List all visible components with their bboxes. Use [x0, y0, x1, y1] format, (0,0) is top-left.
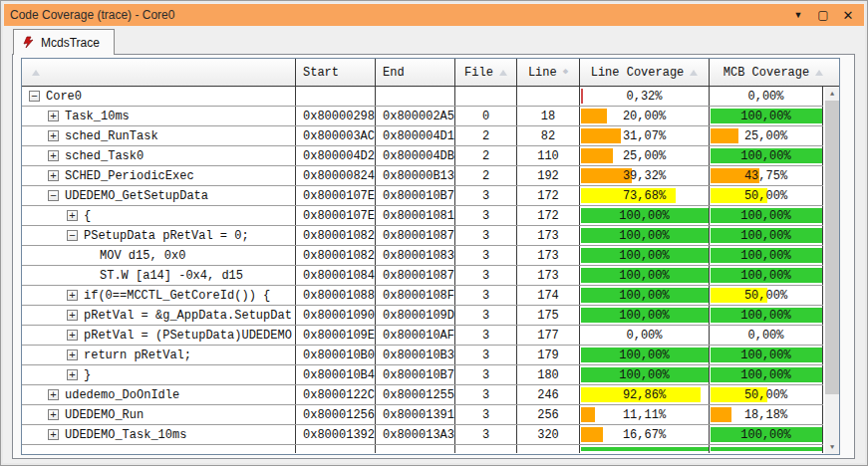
table-row[interactable]: +pRetVal = (PSetupData)UDEDEMO0x8000109E… [22, 326, 823, 346]
row-label: ST.W [a14] -0x4, d15 [100, 269, 243, 283]
end-cell: 0x800010B7 [376, 365, 455, 384]
line-coverage-cell: 25,00% [580, 146, 710, 165]
line-cell: 256 [517, 405, 580, 424]
partial-table-row[interactable] [22, 445, 823, 453]
table-row[interactable]: +}0x800010B40x800010B73180100,00%100,00% [22, 365, 823, 385]
maximize-button[interactable]: ▢ [815, 7, 831, 23]
expand-icon[interactable]: + [48, 429, 59, 440]
table-row[interactable]: +pRetVal = &g_AppData.SetupDat0x80001090… [22, 306, 823, 326]
start-value: 0x800003AC [303, 129, 375, 143]
end-value: 0x80001255 [383, 388, 454, 402]
line-cell: 82 [517, 126, 580, 145]
scroll-down-button[interactable]: ▼ [825, 440, 839, 454]
vertical-scrollbar[interactable]: ▲ ▼ [825, 87, 839, 454]
tree-cell: +SCHED_PeriodicExec [22, 166, 296, 185]
column-header-tree[interactable] [22, 59, 296, 86]
start-value: 0x8000109E [303, 329, 375, 343]
expand-icon[interactable]: + [48, 150, 59, 161]
row-label: udedemo_DoOnIdle [65, 388, 179, 402]
file-cell [455, 87, 517, 106]
scrollbar-thumb[interactable] [825, 101, 839, 394]
expand-icon[interactable]: + [67, 210, 78, 221]
sort-icon [815, 70, 823, 76]
expand-icon[interactable]: + [67, 290, 78, 301]
close-button[interactable]: ✕ [840, 7, 856, 23]
start-value: 0x800004D2 [303, 149, 375, 163]
table-row[interactable]: +UDEDEMO_Task_10ms0x800013920x800013A333… [22, 425, 823, 445]
table-row[interactable]: +UDEDEMO_Run0x800012560x80001391325611,1… [22, 405, 823, 425]
collapse-icon[interactable]: − [48, 190, 59, 201]
expand-icon[interactable]: + [48, 389, 59, 400]
row-label: sched_Task0 [65, 149, 144, 163]
expand-icon[interactable]: + [48, 130, 59, 141]
line-value: 110 [537, 149, 559, 163]
start-cell: 0x80000824 [296, 166, 376, 185]
row-label: PSetupData pRetVal = 0; [84, 229, 249, 243]
table-row[interactable]: +SCHED_PeriodicExec0x800008240x80000B132… [22, 166, 823, 186]
window-menu-button[interactable]: ▼ [790, 7, 806, 23]
file-cell: 0 [455, 107, 517, 125]
file-cell: 2 [455, 126, 517, 145]
start-cell: 0x80001088 [296, 286, 376, 305]
end-value: 0x80001081 [383, 209, 454, 223]
sort-icon: ◆ [563, 68, 568, 77]
column-header-end[interactable]: End [376, 59, 455, 86]
titlebar[interactable]: Code Coverage (trace) - Core0 ▼ ▢ ✕ [4, 4, 864, 26]
end-value: 0x8000108F [383, 289, 454, 303]
collapse-icon[interactable]: − [29, 91, 40, 102]
table-row[interactable]: −Core00,32%0,00% [22, 87, 823, 107]
mcb-coverage-cell: 100,00% [710, 206, 823, 225]
coverage-value: 50,00% [710, 189, 822, 203]
column-header-line-coverage[interactable]: Line Coverage [580, 59, 710, 86]
scroll-up-button[interactable]: ▲ [825, 87, 839, 101]
column-header-file[interactable]: File [455, 59, 517, 86]
table-row[interactable]: +return pRetVal;0x800010B00x800010B33179… [22, 346, 823, 365]
expand-icon[interactable]: + [67, 350, 78, 360]
file-cell: 3 [455, 246, 517, 265]
end-cell: 0x8000109D [376, 306, 455, 325]
table-row[interactable]: MOV d15, 0x00x800010820x800010833173100,… [22, 246, 823, 266]
table-row[interactable]: +udedemo_DoOnIdle0x8000122C0x80001255324… [22, 385, 823, 405]
line-cell: 174 [517, 286, 580, 305]
table-row[interactable]: +if(0==MCCTL_GetCoreId()) {0x800010880x8… [22, 286, 823, 306]
line-coverage-cell: 100,00% [580, 266, 710, 285]
tab-mcdstrace[interactable]: McdsTrace [13, 29, 115, 55]
table-row[interactable]: −UDEDEMO_GetSetupData0x8000107E0x800010B… [22, 186, 823, 206]
line-value: 177 [537, 329, 559, 343]
start-cell: 0x80000298 [296, 107, 376, 125]
table-row[interactable]: +sched_RunTask0x800003AC0x800004D128231,… [22, 126, 823, 146]
expand-icon[interactable]: + [48, 111, 59, 121]
table-row[interactable]: +sched_Task00x800004D20x800004DB211025,0… [22, 146, 823, 166]
partial-cell [376, 445, 455, 453]
start-cell: 0x8000107E [296, 206, 376, 225]
coverage-value: 39,32% [580, 169, 709, 183]
sort-icon [499, 70, 507, 76]
column-header-line[interactable]: Line ◆ [517, 59, 580, 86]
mcb-coverage-cell: 100,00% [710, 146, 823, 165]
expand-icon[interactable]: + [67, 310, 78, 321]
coverage-value: 73,68% [580, 189, 709, 203]
column-header-mcb-coverage[interactable]: MCB Coverage [710, 59, 837, 86]
file-cell: 3 [455, 405, 517, 424]
end-value: 0x80001083 [383, 249, 454, 263]
coverage-value: 100,00% [710, 249, 822, 263]
mcb-coverage-cell [710, 445, 823, 453]
expand-icon[interactable]: + [48, 409, 59, 420]
start-value: 0x8000107E [303, 189, 375, 203]
table-row[interactable]: ST.W [a14] -0x4, d150x800010840x80001087… [22, 266, 823, 286]
collapse-icon[interactable]: − [67, 230, 78, 241]
table-row[interactable]: +{0x8000107E0x800010813172100,00%100,00% [22, 206, 823, 226]
mcb-coverage-cell: 50,00% [710, 186, 823, 205]
coverage-value: 0,32% [580, 90, 709, 104]
table-row[interactable]: −PSetupData pRetVal = 0;0x800010820x8000… [22, 226, 823, 246]
column-header-start[interactable]: Start [296, 59, 376, 86]
end-cell: 0x80001255 [376, 385, 455, 404]
expand-icon[interactable]: + [48, 170, 59, 181]
start-value: 0x80001084 [303, 269, 375, 283]
expand-icon[interactable]: + [67, 369, 78, 380]
start-value: 0x800010B0 [303, 349, 375, 362]
code-coverage-window: Code Coverage (trace) - Core0 ▼ ▢ ✕ Mcds… [0, 0, 868, 466]
line-coverage-cell: 100,00% [580, 286, 710, 305]
table-row[interactable]: +Task_10ms0x800002980x800002A501820,00%1… [22, 107, 823, 126]
expand-icon[interactable]: + [67, 330, 78, 341]
